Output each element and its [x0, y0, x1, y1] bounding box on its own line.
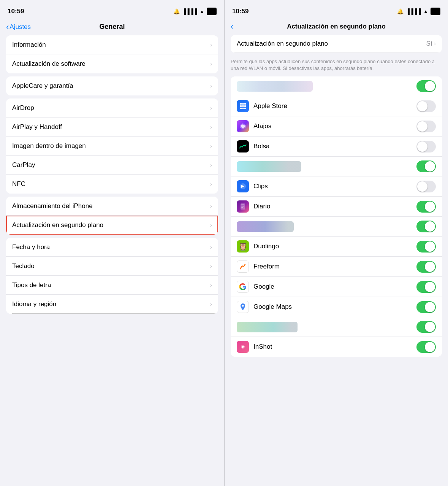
blur-placeholder	[237, 81, 313, 92]
row-informacion[interactable]: Información ›	[6, 35, 218, 54]
right-header-row[interactable]: Actualización en segundo plano Sí ›	[231, 35, 442, 53]
description-text: Permite que las apps actualicen sus cont…	[225, 55, 448, 76]
toggle-knob	[425, 161, 435, 172]
app-icon-freeform	[237, 260, 249, 273]
app-name-googlemaps: Google Maps	[253, 303, 292, 311]
toggle-blurred-mid[interactable]	[416, 160, 436, 172]
app-row-googlemaps[interactable]: Google Maps	[231, 297, 442, 317]
row-nfc[interactable]: NFC ›	[6, 175, 218, 194]
toggle-freeform[interactable]	[416, 261, 436, 273]
chevron-icon: ›	[210, 203, 212, 210]
settings-group-4: Almacenamiento del iPhone › Actualizació…	[6, 197, 218, 235]
toggle-bolsa[interactable]	[416, 141, 436, 152]
status-bar-left: 10:59 🔔 ▐▐▐▐ ▲ 80	[0, 0, 224, 20]
app-icon-google	[237, 281, 249, 293]
signal-icon-r: ▐▐▐▐	[406, 8, 421, 14]
toggle-diario[interactable]	[416, 201, 436, 213]
svg-rect-0	[240, 103, 242, 105]
blurred-row-bot	[231, 317, 442, 337]
row-almacenamiento[interactable]: Almacenamiento del iPhone ›	[6, 197, 218, 216]
toggle-blurred-mid2[interactable]	[416, 221, 436, 232]
toggle-knob	[417, 181, 427, 192]
app-name-inshot: InShot	[253, 343, 272, 351]
status-time-right: 10:59	[232, 8, 249, 15]
svg-rect-6	[240, 108, 242, 109]
svg-point-16	[242, 305, 244, 307]
toggle-blurred-bot[interactable]	[416, 321, 436, 333]
settings-group-5: Fecha y hora › Teclado › Tipos de letra …	[6, 238, 218, 314]
toggle-clips[interactable]	[416, 181, 436, 192]
app-row-google[interactable]: Google	[231, 277, 442, 297]
row-idioma[interactable]: Idioma y región ›	[6, 295, 218, 314]
app-row-diario[interactable]: Diario	[231, 197, 442, 217]
app-icon-atajos	[237, 120, 249, 132]
row-carplay[interactable]: CarPlay ›	[6, 156, 218, 175]
blurred-row-top	[231, 76, 442, 96]
right-header-group: Actualización en segundo plano Sí ›	[231, 35, 442, 53]
svg-rect-13	[241, 205, 244, 205]
row-airdrop[interactable]: AirDrop ›	[6, 98, 218, 118]
app-name-atajos: Atajos	[253, 122, 271, 130]
wifi-icon-r: ▲	[423, 8, 429, 14]
toggle-googlemaps[interactable]	[416, 301, 436, 313]
app-row-clips[interactable]: Clips	[231, 176, 442, 197]
back-button-left[interactable]: ‹ Ajustes	[6, 23, 31, 31]
battery-left: 80	[207, 8, 217, 15]
toggle-knob	[417, 101, 427, 111]
toggle-inshot[interactable]	[416, 341, 436, 353]
svg-rect-3	[240, 105, 242, 107]
chevron-icon: ›	[210, 244, 212, 251]
app-name-google: Google	[253, 283, 274, 291]
row-applecare[interactable]: AppleCare y garantía ›	[6, 76, 218, 95]
row-actualizacion-software[interactable]: Actualización de software ›	[6, 54, 218, 73]
left-panel: 10:59 🔔 ▐▐▐▐ ▲ 80 ‹ Ajustes General Info…	[0, 0, 224, 486]
toggle-knob	[425, 202, 435, 212]
chevron-icon: ›	[210, 162, 212, 168]
toggle-apple-store[interactable]	[416, 100, 436, 112]
status-time-left: 10:59	[8, 8, 24, 15]
app-icon-apple-store	[237, 100, 249, 112]
toggle-knob	[425, 322, 435, 332]
app-row-inshot[interactable]: InShot	[231, 337, 442, 357]
row-imagen[interactable]: Imagen dentro de imagen ›	[6, 137, 218, 156]
chevron-icon: ›	[210, 83, 212, 89]
app-icon-duolingo: 🦉	[237, 240, 249, 253]
toggle-knob	[425, 241, 435, 252]
toggle-knob	[425, 221, 435, 232]
app-row-apple-store[interactable]: Apple Store	[231, 96, 442, 116]
svg-rect-7	[242, 108, 244, 109]
row-airplay[interactable]: AirPlay y Handoff ›	[6, 118, 218, 137]
app-row-freeform[interactable]: Freeform	[231, 257, 442, 277]
signal-icon: ▐▐▐▐	[182, 8, 197, 14]
toggle-knob	[417, 121, 427, 132]
toggle-duolingo[interactable]	[416, 241, 436, 253]
app-row-bolsa[interactable]: Bolsa	[231, 137, 442, 157]
svg-rect-4	[242, 105, 244, 107]
row-fecha[interactable]: Fecha y hora ›	[6, 238, 218, 257]
svg-rect-12	[241, 203, 245, 210]
back-button-right[interactable]: ‹	[231, 22, 233, 31]
blur-placeholder	[237, 161, 301, 172]
app-icon-bolsa	[237, 140, 249, 152]
row-actualizacion-segundo[interactable]: Actualización en segundo plano ›	[6, 216, 218, 235]
toggle-blurred-top[interactable]	[416, 80, 436, 92]
settings-group-2: AppleCare y garantía ›	[6, 76, 218, 95]
toggle-knob	[425, 262, 435, 272]
app-icon-diario	[237, 200, 249, 213]
toggle-knob	[425, 342, 435, 352]
toggle-atajos[interactable]	[416, 121, 436, 132]
row-tipos-letra[interactable]: Tipos de letra ›	[6, 276, 218, 295]
toggle-knob	[417, 141, 427, 152]
settings-group-1: Información › Actualización de software …	[6, 35, 218, 73]
battery-right: 80	[431, 8, 440, 15]
app-row-duolingo[interactable]: 🦉 Duolingo	[231, 237, 442, 257]
chevron-icon: ›	[210, 263, 212, 270]
row-teclado[interactable]: Teclado ›	[6, 257, 218, 276]
app-row-atajos[interactable]: Atajos	[231, 116, 442, 137]
toggle-google[interactable]	[416, 281, 436, 293]
page-title-left: General	[99, 23, 125, 31]
page-title-right: Actualización en segundo plano	[287, 23, 386, 30]
status-icons-right: 🔔 ▐▐▐▐ ▲ 80	[397, 8, 440, 15]
back-arrow-right: ‹	[231, 22, 233, 31]
chevron-icon: ›	[210, 41, 212, 48]
